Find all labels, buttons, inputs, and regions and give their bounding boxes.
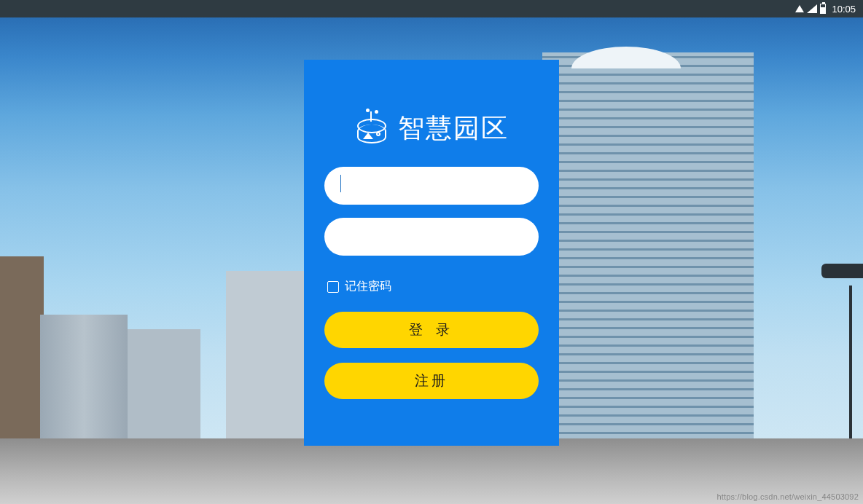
status-clock: 10:05 — [832, 4, 856, 15]
background-cityscape: 智慧园区 记住密码 登 录 注册 https://blog.csdn.net/w… — [0, 17, 863, 504]
brand-logo-icon — [354, 113, 389, 145]
source-watermark: https://blog.csdn.net/weixin_44503092 — [716, 492, 859, 501]
remember-label: 记住密码 — [345, 279, 391, 294]
password-input[interactable] — [324, 218, 539, 256]
login-panel: 智慧园区 记住密码 登 录 注册 — [304, 60, 559, 446]
battery-charging-icon — [820, 4, 826, 14]
brand-title: 智慧园区 — [398, 111, 509, 146]
remember-checkbox[interactable] — [327, 281, 339, 293]
bg-building — [542, 52, 754, 504]
login-button[interactable]: 登 录 — [324, 312, 539, 348]
username-input[interactable] — [324, 167, 539, 205]
signal-icon — [807, 4, 817, 13]
register-button[interactable]: 注册 — [324, 363, 539, 399]
brand-header: 智慧园区 — [324, 111, 539, 146]
android-status-bar: 10:05 — [0, 0, 863, 17]
remember-row: 记住密码 — [327, 279, 539, 294]
wifi-icon — [795, 5, 804, 12]
